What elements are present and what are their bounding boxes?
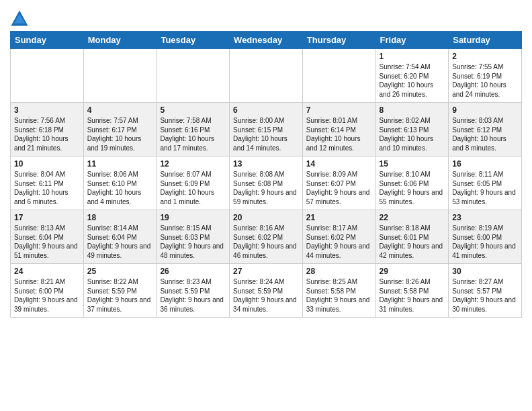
day-number: 19 [160,213,226,222]
day-cell: 30Sunrise: 8:27 AM Sunset: 5:57 PM Dayli… [449,264,522,318]
day-header-wednesday: Wednesday [230,32,303,49]
header [10,7,522,28]
day-cell: 12Sunrise: 8:07 AM Sunset: 6:09 PM Dayli… [157,156,230,210]
day-cell: 2Sunrise: 7:55 AM Sunset: 6:19 PM Daylig… [449,49,522,103]
day-header-thursday: Thursday [302,32,375,49]
week-row-2: 3Sunrise: 7:56 AM Sunset: 6:18 PM Daylig… [11,103,522,156]
day-cell: 6Sunrise: 8:00 AM Sunset: 6:15 PM Daylig… [230,103,303,156]
day-info: Sunrise: 8:18 AM Sunset: 6:01 PM Dayligh… [380,224,445,260]
day-cell: 24Sunrise: 8:21 AM Sunset: 6:00 PM Dayli… [11,264,84,318]
day-number: 16 [452,159,518,169]
day-info: Sunrise: 8:15 AM Sunset: 6:03 PM Dayligh… [160,224,226,260]
week-row-5: 24Sunrise: 8:21 AM Sunset: 6:00 PM Dayli… [11,264,522,318]
day-cell: 10Sunrise: 8:04 AM Sunset: 6:11 PM Dayli… [11,156,84,210]
day-info: Sunrise: 7:54 AM Sunset: 6:20 PM Dayligh… [380,62,445,99]
day-cell [302,49,375,103]
day-number: 26 [160,267,226,276]
day-info: Sunrise: 8:26 AM Sunset: 5:58 PM Dayligh… [380,277,445,314]
day-number: 12 [160,159,226,169]
day-number: 25 [87,267,153,276]
day-info: Sunrise: 8:25 AM Sunset: 5:58 PM Dayligh… [306,277,372,314]
calendar-table: SundayMondayTuesdayWednesdayThursdayFrid… [10,31,522,318]
week-row-1: 1Sunrise: 7:54 AM Sunset: 6:20 PM Daylig… [11,49,522,103]
day-info: Sunrise: 8:04 AM Sunset: 6:11 PM Dayligh… [14,170,80,206]
day-cell: 4Sunrise: 7:57 AM Sunset: 6:17 PM Daylig… [83,103,157,156]
day-number: 17 [14,213,80,222]
day-cell: 23Sunrise: 8:19 AM Sunset: 6:00 PM Dayli… [449,210,522,264]
day-number: 18 [87,213,153,222]
day-cell [230,49,303,103]
week-row-3: 10Sunrise: 8:04 AM Sunset: 6:11 PM Dayli… [11,156,522,210]
day-cell: 11Sunrise: 8:06 AM Sunset: 6:10 PM Dayli… [83,156,157,210]
day-info: Sunrise: 8:07 AM Sunset: 6:09 PM Dayligh… [160,170,226,206]
day-number: 21 [306,213,372,222]
day-header-sunday: Sunday [11,32,84,49]
day-number: 20 [233,213,299,222]
day-header-friday: Friday [375,32,449,49]
day-number: 4 [87,105,153,115]
day-number: 15 [380,159,445,169]
day-cell: 29Sunrise: 8:26 AM Sunset: 5:58 PM Dayli… [375,264,449,318]
day-cell [157,49,230,103]
day-info: Sunrise: 7:58 AM Sunset: 6:16 PM Dayligh… [160,116,226,152]
day-info: Sunrise: 8:06 AM Sunset: 6:10 PM Dayligh… [87,170,153,206]
day-info: Sunrise: 8:27 AM Sunset: 5:57 PM Dayligh… [452,277,518,314]
header-row: SundayMondayTuesdayWednesdayThursdayFrid… [11,32,522,49]
day-cell: 5Sunrise: 7:58 AM Sunset: 6:16 PM Daylig… [157,103,230,156]
day-number: 22 [380,213,445,222]
day-number: 13 [233,159,299,169]
day-info: Sunrise: 8:10 AM Sunset: 6:06 PM Dayligh… [380,170,445,206]
day-info: Sunrise: 8:11 AM Sunset: 6:05 PM Dayligh… [452,170,518,206]
day-cell: 13Sunrise: 8:08 AM Sunset: 6:08 PM Dayli… [230,156,303,210]
day-number: 27 [233,267,299,276]
day-info: Sunrise: 8:17 AM Sunset: 6:02 PM Dayligh… [306,224,372,260]
week-row-4: 17Sunrise: 8:13 AM Sunset: 6:04 PM Dayli… [11,210,522,264]
day-number: 5 [160,105,226,115]
day-info: Sunrise: 8:16 AM Sunset: 6:02 PM Dayligh… [233,224,299,260]
day-info: Sunrise: 8:19 AM Sunset: 6:00 PM Dayligh… [452,224,518,260]
day-cell: 20Sunrise: 8:16 AM Sunset: 6:02 PM Dayli… [230,210,303,264]
day-info: Sunrise: 8:08 AM Sunset: 6:08 PM Dayligh… [233,170,299,206]
day-number: 30 [452,267,518,276]
day-info: Sunrise: 8:22 AM Sunset: 5:59 PM Dayligh… [87,277,153,314]
day-number: 10 [14,159,80,169]
day-info: Sunrise: 8:00 AM Sunset: 6:15 PM Dayligh… [233,116,299,152]
day-cell: 18Sunrise: 8:14 AM Sunset: 6:04 PM Dayli… [83,210,157,264]
day-cell: 7Sunrise: 8:01 AM Sunset: 6:14 PM Daylig… [302,103,375,156]
day-cell: 25Sunrise: 8:22 AM Sunset: 5:59 PM Dayli… [83,264,157,318]
day-cell: 22Sunrise: 8:18 AM Sunset: 6:01 PM Dayli… [375,210,449,264]
day-cell: 1Sunrise: 7:54 AM Sunset: 6:20 PM Daylig… [375,49,449,103]
day-number: 23 [452,213,518,222]
day-info: Sunrise: 8:13 AM Sunset: 6:04 PM Dayligh… [14,224,80,260]
day-cell: 14Sunrise: 8:09 AM Sunset: 6:07 PM Dayli… [302,156,375,210]
day-cell [83,49,157,103]
day-info: Sunrise: 8:03 AM Sunset: 6:12 PM Dayligh… [452,116,518,152]
day-number: 6 [233,105,299,115]
day-info: Sunrise: 7:56 AM Sunset: 6:18 PM Dayligh… [14,116,80,152]
day-header-tuesday: Tuesday [157,32,230,49]
day-number: 9 [452,105,518,115]
day-number: 24 [14,267,80,276]
day-info: Sunrise: 7:55 AM Sunset: 6:19 PM Dayligh… [452,62,518,99]
day-info: Sunrise: 8:24 AM Sunset: 5:59 PM Dayligh… [233,277,299,314]
day-cell: 3Sunrise: 7:56 AM Sunset: 6:18 PM Daylig… [11,103,84,156]
day-cell: 19Sunrise: 8:15 AM Sunset: 6:03 PM Dayli… [157,210,230,264]
day-number: 11 [87,159,153,169]
day-cell: 17Sunrise: 8:13 AM Sunset: 6:04 PM Dayli… [11,210,84,264]
day-number: 3 [14,105,80,115]
day-number: 14 [306,159,372,169]
day-cell [11,49,84,103]
day-cell: 8Sunrise: 8:02 AM Sunset: 6:13 PM Daylig… [375,103,449,156]
day-cell: 26Sunrise: 8:23 AM Sunset: 5:59 PM Dayli… [157,264,230,318]
day-info: Sunrise: 8:09 AM Sunset: 6:07 PM Dayligh… [306,170,372,206]
day-cell: 27Sunrise: 8:24 AM Sunset: 5:59 PM Dayli… [230,264,303,318]
day-number: 28 [306,267,372,276]
day-number: 7 [306,105,372,115]
day-info: Sunrise: 8:01 AM Sunset: 6:14 PM Dayligh… [306,116,372,152]
day-number: 8 [380,105,445,115]
day-info: Sunrise: 8:14 AM Sunset: 6:04 PM Dayligh… [87,224,153,260]
day-number: 2 [452,52,518,61]
day-info: Sunrise: 8:02 AM Sunset: 6:13 PM Dayligh… [380,116,445,152]
day-cell: 21Sunrise: 8:17 AM Sunset: 6:02 PM Dayli… [302,210,375,264]
day-header-monday: Monday [83,32,157,49]
